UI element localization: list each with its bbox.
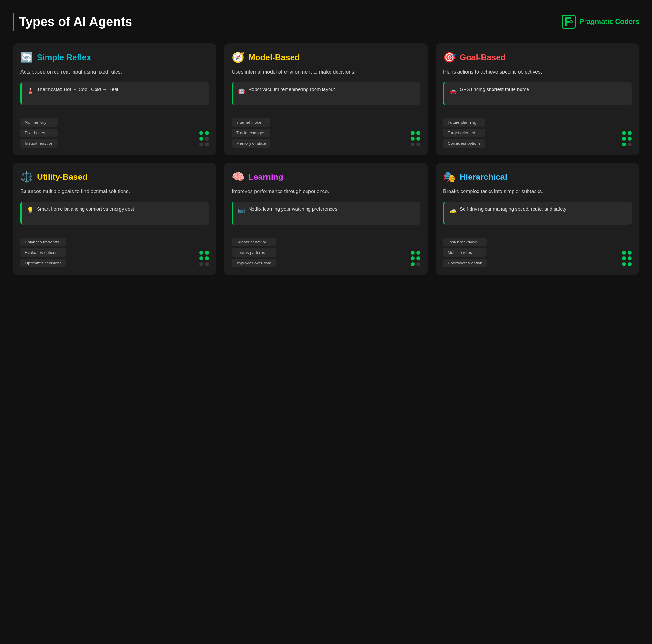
card-header: 🎭 Hierarchical <box>443 172 632 182</box>
card-model-based: 🧭 Model-Based Uses internal model of env… <box>224 43 428 155</box>
divider <box>443 232 632 232</box>
example-text: Netflix learning your watching preferenc… <box>248 206 337 212</box>
example-icon: 🤖 <box>238 87 245 94</box>
card-example: 📺 Netflix learning your watching prefere… <box>232 202 420 225</box>
tag: Instant reaction <box>20 139 58 148</box>
tags-dots-row: Internal modelTracks changesMemory of st… <box>232 118 420 148</box>
card-description: Improves performance through experience. <box>232 188 420 195</box>
logo-group: Pragmatic Coders <box>562 15 639 29</box>
example-text: Robot vacuum remembering room layout <box>248 87 335 92</box>
card-header: 🧭 Model-Based <box>232 52 420 62</box>
dot-indicator <box>622 262 626 266</box>
dot-indicator <box>622 131 626 135</box>
tags-dots-row: Adapts behaviorLearns patternsImproves o… <box>232 238 420 267</box>
dot-indicator <box>622 256 626 260</box>
tags-list: Adapts behaviorLearns patternsImproves o… <box>232 238 276 267</box>
card-hierarchical: 🎭 Hierarchical Breaks complex tasks into… <box>436 163 639 275</box>
dot-indicator <box>416 131 420 135</box>
dot-indicator <box>628 137 632 141</box>
dots-grid <box>411 251 420 266</box>
dot-indicator <box>205 262 209 266</box>
card-example: 💡 Smart home balancing comfort vs energy… <box>20 202 209 225</box>
page-header: Types of AI Agents Pragmatic Coders <box>13 13 639 31</box>
tag: Tracks changes <box>232 129 270 137</box>
example-icon: 🌡️ <box>27 87 34 94</box>
card-goal-based: 🎯 Goal-Based Plans actions to achieve sp… <box>436 43 639 155</box>
dot-indicator <box>199 256 203 260</box>
card-icon: ⚖️ <box>20 172 33 182</box>
tag: Internal model <box>232 118 270 127</box>
tag: Multiple roles <box>443 248 487 257</box>
card-example: 🚗 GPS finding shortest route home <box>443 82 632 105</box>
tag: Fixed rules <box>20 129 58 137</box>
dot-indicator <box>199 262 203 266</box>
tag: Target oriented <box>443 129 485 137</box>
dot-indicator <box>199 251 203 255</box>
tags-dots-row: Future planningTarget orientedConsiders … <box>443 118 632 148</box>
example-text: Thermostat: Hot → Cool, Cold → Heat <box>37 87 118 92</box>
dot-indicator <box>411 262 414 266</box>
tag: Considers options <box>443 139 485 148</box>
tag: Improves over time <box>232 259 276 267</box>
tag: Evaluates options <box>20 248 66 257</box>
dots-grid <box>622 131 632 146</box>
card-icon: 🎭 <box>443 172 456 182</box>
svg-rect-2 <box>565 21 570 23</box>
dot-indicator <box>205 143 209 146</box>
card-example: 🚕 Self-driving car managing speed, route… <box>443 202 632 225</box>
dot-indicator <box>411 256 414 260</box>
page-title: Types of AI Agents <box>19 15 132 29</box>
dot-indicator <box>411 251 414 255</box>
dot-indicator <box>199 143 203 146</box>
title-bar-accent <box>13 13 14 31</box>
divider <box>232 232 420 232</box>
logo-text: Pragmatic Coders <box>579 18 639 26</box>
card-example: 🤖 Robot vacuum remembering room layout <box>232 82 420 105</box>
dot-indicator <box>416 256 420 260</box>
tag: Adapts behavior <box>232 238 276 246</box>
card-utility-based: ⚖️ Utility-Based Balances multiple goals… <box>13 163 216 275</box>
tag: Coordinated action <box>443 259 487 267</box>
example-icon: 🚕 <box>450 207 457 214</box>
dots-grid <box>622 251 632 266</box>
card-description: Acts based on current input using fixed … <box>20 68 209 76</box>
dots-grid <box>199 251 209 266</box>
dot-indicator <box>416 143 420 146</box>
title-group: Types of AI Agents <box>13 13 132 31</box>
divider <box>232 112 420 112</box>
card-title: Utility-Based <box>37 172 87 182</box>
dot-indicator <box>205 131 209 135</box>
tags-list: Future planningTarget orientedConsiders … <box>443 118 485 148</box>
tag: Balances tradeoffs <box>20 238 66 246</box>
tag: Task breakdown <box>443 238 487 246</box>
dot-indicator <box>416 262 420 266</box>
tags-dots-row: Task breakdownMultiple rolesCoordinated … <box>443 238 632 267</box>
dot-indicator <box>622 251 626 255</box>
logo-icon <box>562 15 576 29</box>
card-example: 🌡️ Thermostat: Hot → Cool, Cold → Heat <box>20 82 209 105</box>
card-description: Plans actions to achieve specific object… <box>443 68 632 76</box>
card-learning: 🧠 Learning Improves performance through … <box>224 163 428 275</box>
tags-dots-row: No memoryFixed rulesInstant reaction <box>20 118 209 148</box>
divider <box>443 112 632 112</box>
example-text: Self-driving car managing speed, route, … <box>460 206 566 212</box>
card-title: Simple Reflex <box>37 53 91 62</box>
dot-indicator <box>205 137 209 141</box>
card-header: ⚖️ Utility-Based <box>20 172 209 182</box>
card-title: Model-Based <box>248 53 300 62</box>
tag: No memory <box>20 118 58 127</box>
dot-indicator <box>628 143 632 146</box>
tag: Optimizes decisions <box>20 259 66 267</box>
dot-indicator <box>628 256 632 260</box>
dot-indicator <box>411 143 414 146</box>
tags-dots-row: Balances tradeoffsEvaluates optionsOptim… <box>20 238 209 267</box>
card-header: 🧠 Learning <box>232 172 420 182</box>
example-icon: 📺 <box>238 207 245 214</box>
svg-rect-1 <box>565 17 571 19</box>
cards-grid: 🔄 Simple Reflex Acts based on current in… <box>13 43 639 275</box>
dot-indicator <box>416 137 420 141</box>
tags-list: Internal modelTracks changesMemory of st… <box>232 118 270 148</box>
card-title: Learning <box>248 172 283 182</box>
dot-indicator <box>205 251 209 255</box>
example-icon: 💡 <box>27 207 34 214</box>
